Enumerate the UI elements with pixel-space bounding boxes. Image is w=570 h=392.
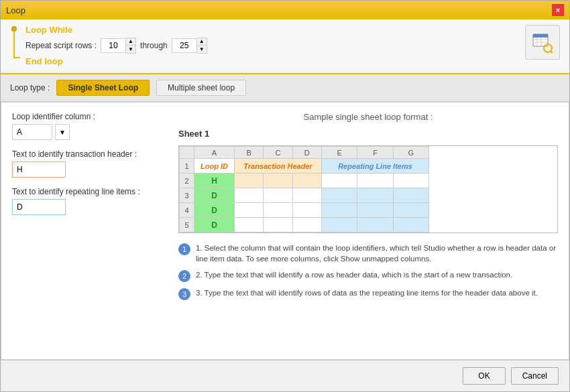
- cell-2-e: [322, 174, 357, 188]
- cell-5-d: [292, 218, 321, 233]
- cell-4-e: [322, 203, 357, 218]
- cell-5-a: D: [194, 218, 235, 233]
- loop-dialog: Loop × Loop While Repeat script rows :: [0, 0, 570, 392]
- cell-5-b: [235, 218, 264, 233]
- cell-5-f: [357, 218, 393, 233]
- multiple-sheet-loop-button[interactable]: Multiple sheet loop: [156, 80, 246, 96]
- instruction-num-2: 2: [178, 270, 190, 282]
- col-header-e: E: [322, 147, 357, 159]
- single-sheet-loop-button[interactable]: Single Sheet Loop: [56, 80, 150, 96]
- repeat-from-down[interactable]: ▼: [126, 46, 135, 53]
- grid-row-5: 5 D: [180, 218, 429, 233]
- cell-3-f: [357, 188, 393, 203]
- grid-row-1: 1 Loop ID Transaction Header Repeating L…: [180, 159, 429, 174]
- repeat-items-label: Text to identify repeating line items :: [12, 187, 166, 196]
- cell-3-a: D: [194, 188, 235, 203]
- sample-grid: A B C D E F G 1 Loop ID: [178, 145, 558, 233]
- instruction-3: 3 3. Type the text that will identify ro…: [178, 287, 558, 300]
- instruction-1: 1 1. Select the column that will contain…: [178, 243, 558, 264]
- cell-4-c: [264, 203, 292, 218]
- loop-type-bar: Loop type : Single Sheet Loop Multiple s…: [1, 74, 569, 102]
- footer: OK Cancel: [1, 360, 569, 391]
- cell-4-d: [292, 203, 321, 218]
- col-header-g: G: [393, 147, 429, 159]
- loop-id-col-input-group: ▼: [12, 124, 166, 140]
- instruction-num-1: 1: [178, 243, 190, 255]
- end-loop-label: End loop: [25, 56, 207, 66]
- cell-4-a: D: [194, 203, 235, 218]
- instruction-text-3: 3. Type the text that will identify rows…: [196, 287, 538, 298]
- table-search-icon: [530, 30, 555, 54]
- repeat-from-spinner[interactable]: ▲ ▼: [101, 38, 136, 54]
- col-header-c: C: [264, 147, 292, 159]
- cell-3-c: [264, 188, 292, 203]
- grid-row-2: 2 H: [180, 174, 429, 188]
- loop-type-label: Loop type :: [10, 83, 50, 92]
- loop-bracket: [10, 26, 20, 58]
- row-num-3: 3: [180, 188, 194, 203]
- loop-id-col-dropdown[interactable]: ▼: [55, 124, 70, 140]
- cell-3-e: [322, 188, 357, 203]
- trans-header-label: Text to identify transaction header :: [12, 149, 166, 159]
- svg-line-7: [551, 51, 553, 53]
- cell-3-d: [292, 188, 321, 203]
- loop-line-horizontal: [13, 57, 20, 58]
- cell-2-g: [393, 174, 429, 188]
- repeat-to-down[interactable]: ▼: [197, 46, 207, 53]
- close-button[interactable]: ×: [552, 4, 564, 16]
- repeat-items-input[interactable]: [12, 199, 66, 215]
- loop-while-label: Loop While: [25, 25, 207, 35]
- loop-text-section: Loop While Repeat script rows : ▲ ▼ thro…: [25, 25, 207, 66]
- row-num-5: 5: [180, 218, 194, 233]
- instruction-2: 2 2. Type the text that will identify a …: [178, 269, 558, 282]
- cell-2-a: H: [194, 174, 235, 188]
- grid-row-3: 3 D: [180, 188, 429, 203]
- ok-button[interactable]: OK: [463, 367, 505, 385]
- grid-row-4: 4 D: [180, 203, 429, 218]
- repeat-from-up[interactable]: ▲: [126, 38, 135, 46]
- dialog-title: Loop: [6, 5, 25, 15]
- cell-2-c: [264, 174, 292, 188]
- repeat-label: Repeat script rows :: [25, 41, 97, 50]
- repeat-to-up[interactable]: ▲: [197, 38, 207, 46]
- cell-5-g: [393, 218, 429, 233]
- cell-4-b: [235, 203, 264, 218]
- cell-4-f: [357, 203, 393, 218]
- repeat-from-input[interactable]: [101, 38, 126, 53]
- repeat-to-input[interactable]: [172, 38, 197, 53]
- loop-id-col-label: Loop identifier column :: [12, 112, 166, 121]
- loop-line-vertical: [13, 31, 15, 57]
- header-area: Loop While Repeat script rows : ▲ ▼ thro…: [1, 19, 569, 74]
- repeat-to-spinner[interactable]: ▲ ▼: [172, 38, 207, 54]
- cell-5-e: [322, 218, 357, 233]
- header-icon-button[interactable]: [525, 25, 560, 60]
- col-header-a: A: [194, 147, 235, 159]
- cell-1-efg: Repeating Line Items: [322, 159, 429, 174]
- instructions-list: 1 1. Select the column that will contain…: [178, 243, 558, 300]
- repeat-row: Repeat script rows : ▲ ▼ through ▲ ▼: [25, 38, 207, 54]
- cell-2-f: [357, 174, 393, 188]
- row-num-4: 4: [180, 203, 194, 218]
- svg-rect-1: [533, 34, 548, 38]
- trans-header-field: Text to identify transaction header :: [12, 149, 166, 178]
- main-panel: Loop identifier column : ▼ Text to ident…: [1, 102, 569, 360]
- instruction-text-2: 2. Type the text that will identify a ro…: [196, 269, 512, 280]
- loop-dot: [11, 26, 17, 31]
- col-header-b: B: [235, 147, 264, 159]
- cell-5-c: [264, 218, 292, 233]
- row-num-2: 2: [180, 174, 194, 188]
- grid-table: A B C D E F G 1 Loop ID: [179, 146, 429, 233]
- cancel-button[interactable]: Cancel: [511, 367, 559, 385]
- instruction-text-1: 1. Select the column that will contain t…: [196, 243, 558, 264]
- trans-header-input[interactable]: [12, 161, 66, 178]
- col-header-d: D: [292, 147, 321, 159]
- sample-title: Sample single sheet loop format :: [178, 112, 558, 122]
- cell-1-bcd: Transaction Header: [235, 159, 322, 174]
- col-header-f: F: [357, 147, 393, 159]
- repeat-items-field: Text to identify repeating line items :: [12, 187, 166, 215]
- cell-3-b: [235, 188, 264, 203]
- loop-id-col-input[interactable]: [12, 124, 52, 140]
- cell-4-g: [393, 203, 429, 218]
- cell-2-b: [235, 174, 264, 188]
- col-header-empty: [180, 147, 194, 159]
